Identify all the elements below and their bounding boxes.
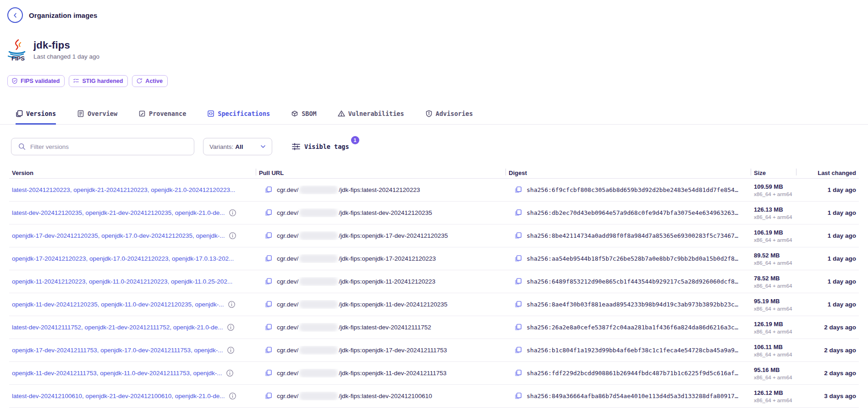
copy-digest-icon[interactable] xyxy=(514,255,522,262)
info-icon[interactable] xyxy=(229,209,236,217)
pull-url-prefix: cgr.dev/ xyxy=(277,232,298,239)
copy-pull-url-icon[interactable] xyxy=(264,255,272,262)
info-icon[interactable] xyxy=(229,392,236,400)
version-tags-link[interactable]: openjdk-11-dev-202412111753, openjdk-11.… xyxy=(12,370,222,377)
version-tags-link[interactable]: latest-dev-202412111752, openjdk-21-dev-… xyxy=(12,324,223,331)
copy-digest-icon[interactable] xyxy=(514,346,522,354)
tab-vulnerabilities[interactable]: Vulnerabilities xyxy=(338,110,404,125)
pull-url-suffix: /jdk-fips:latest-dev-202412120235 xyxy=(339,209,432,216)
copy-pull-url-icon[interactable] xyxy=(264,301,272,308)
filter-versions-input[interactable] xyxy=(30,143,188,150)
last-changed-value: 1 day ago xyxy=(796,301,859,308)
info-icon[interactable] xyxy=(227,346,235,354)
info-icon[interactable] xyxy=(229,232,236,240)
column-header-digest[interactable]: Digest xyxy=(505,167,751,178)
pull-url-suffix: /jdk-fips:latest-dev-202412100610 xyxy=(339,393,432,399)
version-tags-link[interactable]: openjdk-17-dev-202412111753, openjdk-17.… xyxy=(12,347,223,354)
version-tags-link[interactable]: latest-dev-202412100610, openjdk-21-dev-… xyxy=(12,393,225,399)
back-button[interactable] xyxy=(7,7,23,23)
tab-advisories[interactable]: Advisories xyxy=(425,110,473,125)
badge-active[interactable]: Active xyxy=(132,75,168,87)
size-value: 126.13 MB xyxy=(754,206,796,213)
redacted-org-name xyxy=(299,231,338,240)
table-row: latest-dev-202412111752, openjdk-21-dev-… xyxy=(9,316,859,339)
redacted-org-name xyxy=(299,392,338,400)
copy-digest-icon[interactable] xyxy=(514,209,522,217)
version-tags-link[interactable]: openjdk-11-202412120223, openjdk-11.0-20… xyxy=(12,278,232,285)
copy-pull-url-icon[interactable] xyxy=(264,346,272,354)
page-title: Organization images xyxy=(29,11,97,19)
size-architectures: x86_64 + arm64 xyxy=(754,283,796,289)
table-body: latest-202412120223, openjdk-21-20241212… xyxy=(9,179,859,408)
size-value: 78.52 MB xyxy=(754,275,796,282)
digest-value: sha256:849a36664afba86b7d54ae4010e113d4d… xyxy=(527,393,738,399)
last-changed-value: 1 day ago xyxy=(796,255,859,262)
version-tags-link[interactable]: latest-202412120223, openjdk-21-20241212… xyxy=(12,186,235,193)
sliders-icon xyxy=(292,142,300,151)
image-name: jdk-fips xyxy=(33,39,99,51)
digest-value: sha256:8ae4f30b03f881eaad8954233b98b94d1… xyxy=(527,301,738,308)
version-tags-link[interactable]: openjdk-17-202412120223, openjdk-17.0-20… xyxy=(12,255,234,262)
version-tags-link[interactable]: openjdk-11-dev-202412120235, openjdk-11.… xyxy=(12,301,224,308)
pull-url-suffix: /jdk-fips:openjdk-11-202412120223 xyxy=(339,278,435,285)
badge-stig-hardened[interactable]: STIG hardened xyxy=(69,75,128,87)
package-icon xyxy=(291,110,298,117)
pull-url-suffix: /jdk-fips:openjdk-17-dev-202412111753 xyxy=(339,347,447,354)
column-header-size[interactable]: Size xyxy=(751,167,796,178)
digest-value: sha256:8be42114734a0add98f0f8a984d7a8536… xyxy=(527,232,738,239)
size-value: 95.19 MB xyxy=(754,298,796,305)
table-row: latest-202412120223, openjdk-21-20241212… xyxy=(9,179,859,202)
tab-overview[interactable]: Overview xyxy=(77,110,117,125)
column-header-pull-url[interactable]: Pull URL xyxy=(256,167,505,178)
filter-versions-box xyxy=(11,138,194,155)
pull-url-prefix: cgr.dev/ xyxy=(277,278,298,285)
copy-pull-url-icon[interactable] xyxy=(264,278,272,285)
pull-url-prefix: cgr.dev/ xyxy=(277,186,298,193)
copy-pull-url-icon[interactable] xyxy=(264,369,272,377)
table-row: latest-dev-202412100610, openjdk-21-dev-… xyxy=(9,385,859,408)
table-row: openjdk-17-dev-202412111753, openjdk-17.… xyxy=(9,339,859,362)
image-last-changed: Last changed 1 day ago xyxy=(33,53,99,60)
pull-url-suffix: /jdk-fips:openjdk-11-dev-202412111753 xyxy=(339,370,446,377)
info-icon[interactable] xyxy=(226,369,234,377)
copy-digest-icon[interactable] xyxy=(514,186,522,194)
digest-value: sha256:6489f853212d90e865cb1f443544b9292… xyxy=(527,278,738,285)
version-tags-link[interactable]: openjdk-17-dev-202412120235, openjdk-17.… xyxy=(12,232,225,239)
badge-fips-validated[interactable]: FIPS validated xyxy=(7,75,65,87)
copy-digest-icon[interactable] xyxy=(514,392,522,400)
digest-value: sha256:db2ec70d43eb0964e57a9d68c0fe9d47b… xyxy=(527,209,738,216)
copy-pull-url-icon[interactable] xyxy=(264,232,272,240)
column-header-version[interactable]: Version xyxy=(9,167,256,178)
refresh-icon xyxy=(136,77,143,84)
size-architectures: x86_64 + arm64 xyxy=(754,237,796,243)
version-tags-link[interactable]: latest-dev-202412120235, openjdk-21-dev-… xyxy=(12,209,225,216)
copy-pull-url-icon[interactable] xyxy=(264,186,272,194)
redacted-org-name xyxy=(299,300,338,309)
info-icon[interactable] xyxy=(227,323,235,331)
digest-value: sha256:6f9cfcbf808c305a6b8d659b3d92d2bbe… xyxy=(527,186,738,193)
copy-digest-icon[interactable] xyxy=(514,278,522,285)
copy-digest-icon[interactable] xyxy=(514,323,522,331)
copy-pull-url-icon[interactable] xyxy=(264,392,272,400)
copy-digest-icon[interactable] xyxy=(514,232,522,240)
copy-pull-url-icon[interactable] xyxy=(264,323,272,331)
versions-table: Version Pull URL Digest Size Last change… xyxy=(9,167,859,408)
copy-pull-url-icon[interactable] xyxy=(264,209,272,217)
last-changed-value: 1 day ago xyxy=(796,278,859,285)
copy-digest-icon[interactable] xyxy=(514,369,522,377)
info-icon[interactable] xyxy=(228,301,236,308)
tab-provenance[interactable]: Provenance xyxy=(138,110,186,125)
tab-bar: Versions Overview Provenance Specificati… xyxy=(0,110,868,125)
tab-sbom[interactable]: SBOM xyxy=(291,110,317,125)
redacted-org-name xyxy=(299,369,338,377)
copy-digest-icon[interactable] xyxy=(514,301,522,308)
visible-tags-button[interactable]: Visible tags 1 xyxy=(292,142,349,151)
pull-url-prefix: cgr.dev/ xyxy=(277,347,298,354)
tab-versions[interactable]: Versions xyxy=(16,110,56,125)
last-changed-value: 2 days ago xyxy=(796,370,859,377)
tab-specifications[interactable]: Specifications xyxy=(207,110,270,125)
variants-dropdown[interactable]: Variants: All xyxy=(203,138,272,155)
digest-value: sha256:aa54eb9544b18f5b7c26be528b7a0e8bb… xyxy=(527,255,738,262)
last-changed-value: 3 days ago xyxy=(796,393,859,399)
column-header-last-changed[interactable]: Last changed xyxy=(796,167,859,178)
